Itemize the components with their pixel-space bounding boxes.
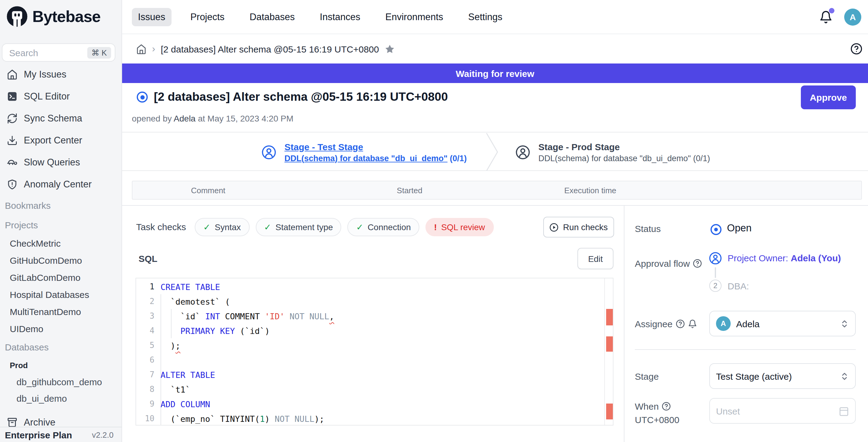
avatar[interactable]: A (844, 8, 861, 26)
line-number: 3 (136, 309, 154, 323)
check-label: Connection (368, 222, 411, 232)
opened-prefix: opened by (132, 114, 172, 123)
sql-section-label: SQL (138, 253, 157, 264)
status-banner-text: Waiting for review (456, 68, 534, 78)
sidebar-item-export-center[interactable]: Export Center (0, 129, 122, 151)
nav-item-environments[interactable]: Environments (379, 8, 450, 26)
sidebar-header-projects: Projects (0, 215, 122, 234)
sync-icon (7, 113, 18, 124)
sql-editor[interactable]: 1CREATE TABLE2 `demotest` (3 `id` INT CO… (135, 278, 614, 425)
sidebar-database-db_ui_demo[interactable]: db_ui_demo (0, 390, 122, 407)
check-pill-syntax[interactable]: ✓Syntax (195, 218, 249, 236)
help-circle-icon[interactable] (693, 259, 702, 268)
approve-button[interactable]: Approve (801, 86, 856, 109)
status-open-icon (711, 224, 721, 235)
star-icon[interactable] (384, 44, 395, 54)
check-icon: ✓ (203, 222, 210, 232)
sidebar-menu: My IssuesSQL EditorSync SchemaExport Cen… (0, 63, 122, 434)
sidebar-header-bookmarks: Bookmarks (0, 195, 122, 215)
task-table-header: CommentStartedExecution time (132, 181, 862, 200)
error-icon: ! (434, 222, 437, 232)
stage-detail[interactable]: DDL(schema) for database "db_ui_demo" (0… (284, 154, 467, 163)
content-divider (122, 205, 868, 206)
check-pill-connection[interactable]: ✓Connection (348, 218, 420, 236)
search-placeholder: Search (9, 47, 87, 58)
notifications-button[interactable] (819, 10, 833, 24)
sidebar-header-databases: Databases (0, 337, 122, 356)
error-mark (606, 404, 613, 419)
terminal-icon (7, 91, 18, 102)
help-circle-icon[interactable] (675, 319, 685, 328)
stage-prod[interactable]: Stage - Prod Stage DDL(schema) for datab… (515, 132, 710, 171)
sidebar-project-checkmetric[interactable]: CheckMetric (0, 234, 122, 252)
stage-separator-chevron (486, 133, 499, 171)
sidebar-item-anomaly-center[interactable]: Anomaly Center (0, 173, 122, 195)
sidebar-database-db_githubcom_demo[interactable]: db_githubcom_demo (0, 374, 122, 390)
sidebar-environment-prod: Prod (0, 356, 122, 374)
edit-sql-button[interactable]: Edit (578, 248, 614, 269)
sidebar-item-my-issues[interactable]: My Issues (0, 63, 122, 86)
sidebar-item-label: Slow Queries (24, 157, 80, 168)
assignee-label: Assignee (635, 319, 697, 329)
assignee-select[interactable]: A Adela (709, 311, 856, 336)
stage-select-label: Stage (635, 371, 659, 382)
approval-step1[interactable]: Project Owner: Adela (You) (727, 253, 841, 263)
archive-icon (7, 417, 18, 428)
approval-step2-role: DBA: (727, 281, 749, 291)
approval-step2-number: 2 (709, 280, 721, 292)
sidebar-item-sync-schema[interactable]: Sync Schema (0, 107, 122, 129)
home-icon[interactable] (136, 44, 147, 54)
when-date-input[interactable]: Unset (709, 398, 856, 424)
nav-item-databases[interactable]: Databases (244, 8, 301, 26)
check-label: Syntax (215, 222, 241, 232)
stage-test[interactable]: Stage - Test Stage DDL(schema) for datab… (261, 132, 467, 171)
sidebar-item-slow-queries[interactable]: Slow Queries (0, 151, 122, 173)
subscribe-bell-icon[interactable] (688, 319, 697, 328)
stage-user-icon (261, 145, 277, 160)
line-number: 5 (136, 338, 154, 353)
help-circle-icon[interactable] (662, 402, 671, 411)
error-mark (606, 336, 613, 352)
issue-opened-line: opened by Adela at May 15, 2023 4:20 PM (132, 114, 293, 123)
stage-name[interactable]: Stage - Prod Stage (538, 141, 710, 152)
panel-divider (624, 206, 624, 442)
plan-label[interactable]: Enterprise Plan (5, 430, 72, 440)
chevrons-up-down-icon (840, 319, 849, 328)
play-circle-icon (550, 223, 559, 232)
check-pill-sql-review[interactable]: !SQL review (426, 218, 494, 236)
code-line: 9ADD COLUMN (136, 397, 613, 411)
sidebar-item-label: Sync Schema (24, 113, 82, 124)
sidebar-item-sql-editor[interactable]: SQL Editor (0, 86, 122, 107)
bytebase-logo[interactable]: Bytebase (6, 5, 100, 28)
breadcrumb: › [2 databases] Alter schema @05-15 16:1… (136, 34, 395, 63)
stage-select-value: Test Stage (active) (716, 371, 792, 381)
run-checks-label: Run checks (563, 222, 608, 232)
notification-dot (829, 8, 834, 13)
search-input[interactable]: Search ⌘ K (2, 43, 115, 62)
code-line: 3 `id` INT COMMENT 'ID' NOT NULL, (136, 309, 613, 323)
check-pill-statement-type[interactable]: ✓Statement type (255, 218, 342, 236)
help-icon[interactable] (850, 43, 863, 55)
nav-item-projects[interactable]: Projects (184, 8, 231, 26)
sidebar-project-githubcomdemo[interactable]: GitHubComDemo (0, 252, 122, 269)
nav-item-issues[interactable]: Issues (132, 8, 172, 26)
sidebar-project-uidemo[interactable]: UIDemo (0, 320, 122, 337)
code-line: 8 `t1` (136, 382, 613, 397)
sidebar-item-label: Export Center (24, 135, 82, 146)
nav-item-instances[interactable]: Instances (314, 8, 367, 26)
breadcrumb-title[interactable]: [2 databases] Alter schema @05-15 16:19 … (161, 44, 379, 54)
sidebar-project-hospital-databases[interactable]: Hospital Databases (0, 286, 122, 303)
sidebar-project-gitlabcomdemo[interactable]: GitLabComDemo (0, 269, 122, 286)
nav-item-settings[interactable]: Settings (462, 8, 508, 26)
home-icon (7, 69, 18, 80)
breadcrumb-row: › [2 databases] Alter schema @05-15 16:1… (122, 34, 868, 63)
search-shortcut: ⌘ K (87, 47, 111, 58)
assignee-avatar: A (716, 316, 731, 331)
run-checks-button[interactable]: Run checks (543, 217, 614, 238)
stage-name[interactable]: Stage - Test Stage (284, 141, 467, 152)
sidebar-project-multitenantdemo[interactable]: MultiTenantDemo (0, 303, 122, 320)
stage-detail[interactable]: DDL(schema) for database "db_ui_demo" (0… (538, 154, 710, 163)
issue-title: [2 databases] Alter schema @05-15 16:19 … (154, 90, 448, 104)
stage-select[interactable]: Test Stage (active) (709, 363, 856, 389)
line-number: 4 (136, 323, 154, 338)
